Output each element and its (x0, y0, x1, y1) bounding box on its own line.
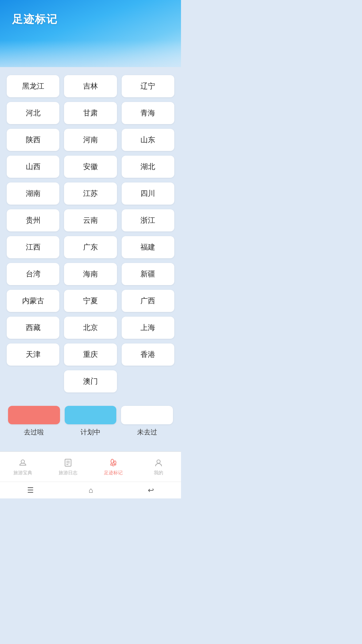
guide-nav-label: 旅游宝典 (13, 470, 32, 476)
province-btn-台湾[interactable]: 台湾 (7, 263, 59, 285)
province-btn-西藏[interactable]: 西藏 (7, 317, 59, 339)
province-btn-宁夏[interactable]: 宁夏 (64, 290, 117, 312)
mine-nav-label: 我的 (154, 470, 163, 476)
province-btn-浙江[interactable]: 浙江 (122, 209, 174, 231)
province-btn-湖北[interactable]: 湖北 (122, 156, 174, 178)
back-button[interactable]: ↩ (140, 483, 162, 497)
province-btn-天津[interactable]: 天津 (7, 343, 59, 366)
legend-color-visited (8, 406, 60, 424)
legend-label-planned: 计划中 (80, 428, 101, 437)
guide-nav-icon (18, 458, 27, 469)
legend-label-unvisited: 未去过 (137, 428, 157, 437)
province-btn-江西[interactable]: 江西 (7, 236, 59, 258)
svg-point-9 (115, 464, 116, 465)
province-btn-河北[interactable]: 河北 (7, 102, 59, 124)
province-btn-内蒙古[interactable]: 内蒙古 (7, 290, 59, 312)
province-btn-河南[interactable]: 河南 (64, 129, 117, 151)
nav-item-guide[interactable]: 旅游宝典 (0, 452, 45, 482)
province-btn-广西[interactable]: 广西 (122, 290, 174, 312)
province-btn-陕西[interactable]: 陕西 (7, 129, 59, 151)
province-btn-海南[interactable]: 海南 (64, 263, 117, 285)
province-btn-湖南[interactable]: 湖南 (7, 182, 59, 205)
main-content: 黑龙江吉林辽宁河北甘肃青海陕西河南山东山西安徽湖北湖南江苏四川贵州云南浙江江西广… (0, 67, 181, 451)
svg-point-5 (111, 459, 114, 463)
diary-nav-label: 旅游日志 (59, 470, 77, 476)
province-btn-澳门[interactable]: 澳门 (64, 370, 117, 392)
nav-item-diary[interactable]: 旅游日志 (45, 452, 90, 482)
svg-point-8 (112, 464, 114, 466)
legend-label-visited: 去过啦 (24, 428, 44, 437)
province-btn-甘肃[interactable]: 甘肃 (64, 102, 117, 124)
page-title: 足迹标记 (12, 12, 58, 27)
svg-point-7 (110, 464, 112, 465)
legend: 去过啦计划中未去过 (7, 406, 174, 437)
nav-item-mine[interactable]: 我的 (136, 452, 181, 482)
province-btn-新疆[interactable]: 新疆 (122, 263, 174, 285)
footprint-nav-icon (109, 458, 118, 469)
header: 足迹标记 (0, 0, 181, 67)
legend-color-unvisited (121, 406, 173, 424)
province-btn-黑龙江[interactable]: 黑龙江 (7, 75, 59, 97)
province-btn-云南[interactable]: 云南 (64, 209, 117, 231)
mine-nav-icon (154, 458, 163, 469)
diary-nav-icon (63, 458, 73, 469)
system-bar: ☰ ⌂ ↩ (0, 482, 181, 498)
province-btn-吉林[interactable]: 吉林 (64, 75, 117, 97)
province-btn-重庆[interactable]: 重庆 (64, 343, 117, 366)
nav-item-footprint[interactable]: 足迹标记 (90, 452, 136, 482)
header-clouds (0, 40, 181, 67)
legend-item-planned: 计划中 (65, 406, 117, 437)
province-btn-北京[interactable]: 北京 (64, 317, 117, 339)
province-btn-山西[interactable]: 山西 (7, 156, 59, 178)
legend-item-unvisited: 未去过 (121, 406, 173, 437)
home-button[interactable]: ⌂ (80, 483, 101, 497)
menu-button[interactable]: ☰ (19, 483, 42, 497)
svg-point-0 (21, 460, 24, 463)
province-btn-四川[interactable]: 四川 (122, 182, 174, 205)
province-btn-山东[interactable]: 山东 (122, 129, 174, 151)
bottom-nav: 旅游宝典旅游日志足迹标记我的 (0, 451, 181, 482)
province-btn-安徽[interactable]: 安徽 (64, 156, 117, 178)
footprint-nav-label: 足迹标记 (104, 470, 123, 476)
legend-item-visited: 去过啦 (8, 406, 60, 437)
province-btn-上海[interactable]: 上海 (122, 317, 174, 339)
province-btn-辽宁[interactable]: 辽宁 (122, 75, 174, 97)
province-btn-江苏[interactable]: 江苏 (64, 182, 117, 205)
province-btn-贵州[interactable]: 贵州 (7, 209, 59, 231)
legend-color-planned (65, 406, 117, 424)
province-btn-香港[interactable]: 香港 (122, 343, 174, 366)
province-btn-青海[interactable]: 青海 (122, 102, 174, 124)
province-btn-福建[interactable]: 福建 (122, 236, 174, 258)
province-btn-广东[interactable]: 广东 (64, 236, 117, 258)
province-grid: 黑龙江吉林辽宁河北甘肃青海陕西河南山东山西安徽湖北湖南江苏四川贵州云南浙江江西广… (7, 75, 174, 392)
svg-point-10 (157, 460, 160, 463)
